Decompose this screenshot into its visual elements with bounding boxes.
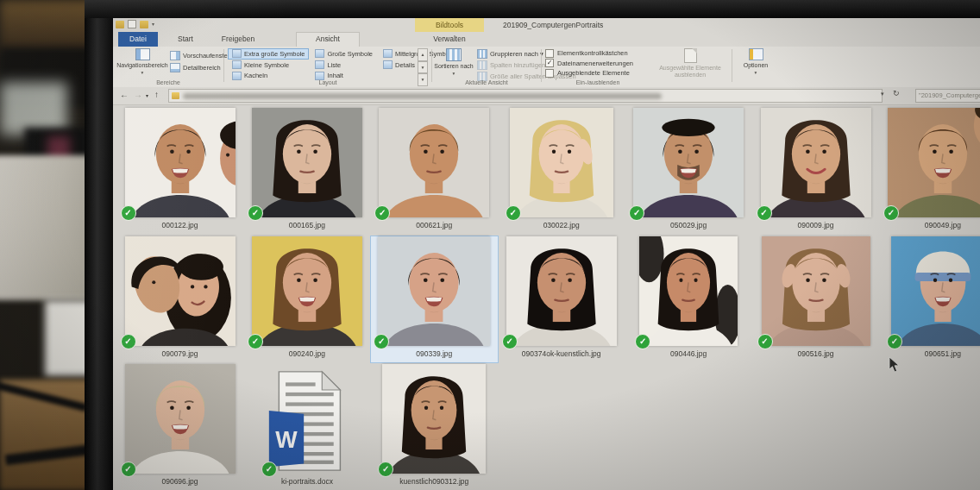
- caret-icon: ▾: [453, 71, 455, 78]
- details-pane-button[interactable]: Detailbereich: [170, 63, 221, 72]
- file-tile-document[interactable]: W✓ki-portraits.docx: [243, 364, 370, 490]
- caret-icon: ▾: [755, 70, 757, 77]
- preview-pane-button[interactable]: Vorschaufenster: [170, 51, 229, 60]
- tab-ansicht[interactable]: Ansicht: [296, 32, 360, 47]
- thumbnail-area[interactable]: ✓: [371, 236, 498, 346]
- title-bar: ▾ Bildtools 201909_ComputergenPortraits: [113, 18, 980, 32]
- new-folder-icon[interactable]: [140, 21, 148, 28]
- sync-check-badge-icon: ✓: [121, 462, 136, 477]
- file-tile-image[interactable]: ✓090240.jpg: [243, 236, 370, 362]
- hide-selected-button[interactable]: Ausgewählte Elemente ausblenden: [654, 48, 726, 78]
- sync-check-badge-icon: ✓: [757, 334, 773, 349]
- qat-customize-caret-icon[interactable]: ▾: [152, 21, 154, 28]
- file-tile-image[interactable]: ✓090696.jpg: [116, 364, 243, 490]
- view-option-gro-e-symbole[interactable]: Große Symbole: [311, 48, 377, 60]
- tab-datei[interactable]: Datei: [118, 32, 158, 47]
- thumbnail-area[interactable]: ✓: [498, 108, 625, 217]
- back-icon[interactable]: ←: [120, 87, 129, 103]
- navigation-pane-button[interactable]: Navigationsbereich ▾: [115, 48, 170, 76]
- checkbox-elementkontrollk-stchen[interactable]: Elementkontrollkästchen: [545, 48, 633, 59]
- sync-check-badge-icon: ✓: [506, 205, 521, 221]
- view-option-kleine-symbole[interactable]: Kleine Symbole: [228, 60, 309, 71]
- portrait-thumbnail: [639, 236, 738, 346]
- sync-check-badge-icon: ✓: [374, 334, 389, 349]
- file-tile-image[interactable]: ✓090339.jpg: [371, 236, 498, 362]
- sync-check-badge-icon: ✓: [248, 205, 263, 221]
- portrait-thumbnail: [378, 236, 490, 346]
- thumbnail-area[interactable]: ✓: [371, 364, 498, 474]
- options-button[interactable]: Optionen ▾: [736, 48, 776, 76]
- file-tile-image[interactable]: ✓030022.jpg: [498, 108, 625, 234]
- checkbox-dateinamenerweiterungen[interactable]: ✓Dateinamenerweiterungen: [545, 59, 633, 69]
- sync-check-badge-icon: ✓: [629, 205, 644, 221]
- thumbnail-area[interactable]: ✓: [752, 236, 879, 346]
- file-name-label: 030022.jpg: [498, 221, 625, 229]
- address-bar: ← → ▾ ↑ ▾ ↻ "201909_ComputergenPort: [113, 87, 980, 105]
- tab-verwalten[interactable]: Verwalten: [415, 32, 484, 47]
- tab-start[interactable]: Start: [166, 32, 204, 47]
- checked-checkbox-icon[interactable]: ✓: [545, 59, 554, 67]
- sort-by-button[interactable]: Sortieren nach ▾: [434, 48, 474, 77]
- properties-icon[interactable]: [128, 20, 136, 28]
- address-field[interactable]: [168, 89, 883, 103]
- file-tile-image[interactable]: ✓090009.jpg: [752, 108, 879, 234]
- file-tile-image[interactable]: ✓090446.jpg: [625, 236, 752, 362]
- folder-icon[interactable]: [116, 21, 124, 28]
- portrait-thumbnail: [125, 108, 236, 217]
- tab-freigeben[interactable]: Freigeben: [210, 32, 267, 47]
- file-tile-image[interactable]: ✓050029.jpg: [625, 108, 752, 234]
- svg-text:W: W: [275, 427, 298, 453]
- view-option-icon: [315, 49, 324, 58]
- file-tile-image[interactable]: ✓090516.jpg: [752, 236, 879, 362]
- view-option-liste[interactable]: Liste: [311, 60, 377, 71]
- forward-icon[interactable]: →: [134, 87, 142, 103]
- view-option-label: Kleine Symbole: [244, 61, 289, 69]
- file-tile-image[interactable]: ✓000621.jpg: [371, 108, 498, 234]
- scroll-up-icon[interactable]: ▲: [418, 48, 428, 61]
- thumbnail-area[interactable]: ✓: [498, 236, 625, 346]
- file-tile-image[interactable]: ✓090374ok-kuenstlich.jpg: [498, 236, 625, 362]
- history-caret-icon[interactable]: ▾: [146, 88, 148, 104]
- thumbnail-area[interactable]: ✓: [752, 108, 879, 217]
- file-name-label: kuenstlich090312.jpg: [371, 477, 498, 486]
- thumbnail-area[interactable]: ✓: [116, 108, 243, 217]
- thumbnail-area[interactable]: ✓: [116, 236, 243, 346]
- file-tile-image[interactable]: ✓090079.jpg: [116, 236, 243, 362]
- thumbnail-area[interactable]: ✓: [371, 108, 498, 217]
- desk-photo-scene: ▾ Bildtools 201909_ComputergenPortraits …: [0, 0, 980, 490]
- file-tile-image[interactable]: ✓090049.jpg: [879, 108, 980, 234]
- thumbnail-area[interactable]: ✓: [625, 236, 752, 346]
- view-option-extra-gro-e-symbole[interactable]: Extra große Symbole: [228, 48, 309, 60]
- file-tile-image[interactable]: ✓kuenstlich090312.jpg: [371, 364, 498, 490]
- background-red-object: [47, 136, 70, 169]
- file-name-label: 090240.jpg: [243, 349, 370, 358]
- context-tab-badge: Bildtools: [415, 18, 484, 32]
- address-dropdown-icon[interactable]: ▾: [881, 91, 884, 97]
- thumbnail-area[interactable]: ✓: [625, 108, 752, 217]
- unchecked-checkbox-icon[interactable]: [545, 69, 554, 78]
- thumbnail-area[interactable]: ✓: [116, 364, 243, 474]
- file-tile-image[interactable]: ✓000122.jpg: [116, 108, 243, 234]
- up-icon[interactable]: ↑: [154, 87, 159, 103]
- thumbnail-area[interactable]: ✓: [243, 236, 370, 346]
- portrait-thumbnail: [510, 108, 613, 217]
- thumbnail-area[interactable]: ✓: [243, 108, 370, 217]
- monitor-bezel-top: [85, 0, 980, 18]
- checkbox-ausgeblendete-elemente[interactable]: Ausgeblendete Elemente: [545, 68, 633, 79]
- file-tile-image[interactable]: ✓000165.jpg: [243, 108, 370, 234]
- file-tile-image[interactable]: ✓090651.jpg: [879, 236, 980, 362]
- monitor-bezel-left: [85, 0, 113, 490]
- navigation-pane-icon: [135, 48, 150, 60]
- search-input[interactable]: "201909_ComputergenPort: [915, 89, 980, 103]
- cable: [0, 381, 87, 411]
- file-name-label: 000122.jpg: [116, 221, 243, 229]
- ribbon: Navigationsbereich ▾ Vorschaufenster Det…: [113, 47, 980, 88]
- refresh-icon[interactable]: ↻: [893, 89, 900, 97]
- portrait-thumbnail: [125, 236, 236, 346]
- thumbnail-area[interactable]: ✓: [879, 236, 980, 346]
- thumbnail-area[interactable]: W✓: [243, 364, 370, 474]
- thumbnail-area[interactable]: ✓: [879, 108, 980, 217]
- ribbon-item-label: Gruppieren nach ▾: [490, 50, 543, 58]
- scroll-down-icon[interactable]: ▼: [418, 61, 428, 74]
- unchecked-checkbox-icon[interactable]: [545, 49, 554, 58]
